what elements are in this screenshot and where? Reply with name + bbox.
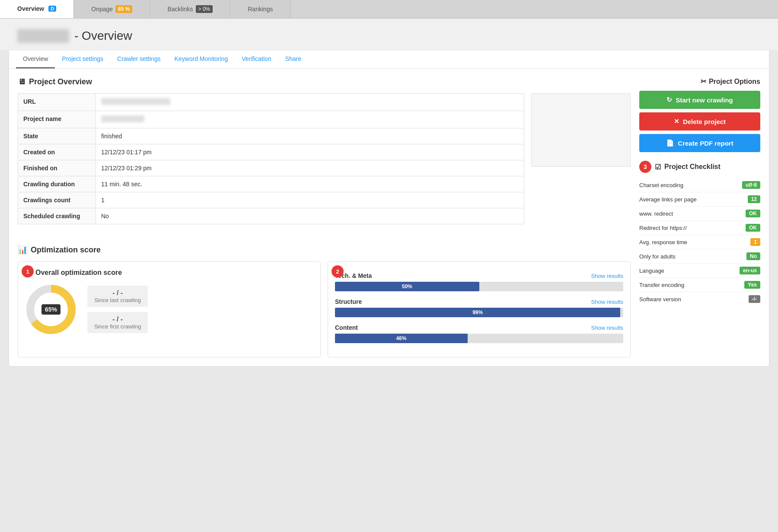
checklist-badge-charset: utf-8 (742, 181, 760, 189)
value-url (96, 94, 524, 111)
inner-tab-keyword-monitoring[interactable]: Keyword Monitoring (167, 50, 235, 68)
checklist-label-software-version: Software version (639, 296, 681, 303)
inner-tab-overview[interactable]: Overview (16, 50, 55, 68)
structure-show-results[interactable]: Show results (591, 299, 623, 305)
optimization-score-title: 📊 Optimization score (18, 245, 631, 255)
checklist-label-charset: Charset encoding (639, 182, 683, 188)
project-details-row: URL Project name State finished (18, 93, 631, 235)
inner-tab-verification[interactable]: Verification (235, 50, 278, 68)
label-crawling-duration: Crawling duration (18, 176, 96, 192)
circle-badge-1: 1 (22, 265, 34, 277)
structure-progress-fill: 99% (335, 308, 620, 317)
optimization-cards: 1 Overall optimization score (18, 261, 631, 357)
content-area: 🖥 Project Overview URL Project name (9, 69, 769, 366)
score-stats: - / - Since last crawling - / - Since fi… (87, 286, 148, 333)
value-created-on: 12/12/23 01:17 pm (96, 144, 524, 160)
refresh-icon: ↻ (666, 96, 672, 104)
start-crawling-button[interactable]: ↻ Start new crawling (639, 91, 760, 109)
checklist-label-language: Language (639, 268, 664, 274)
page-header: - Overview (0, 19, 778, 50)
content-progress-bar-wrap: 46% (335, 334, 623, 343)
value-crawling-duration: 11 min. 48 sec. (96, 176, 524, 192)
tab-backlinks[interactable]: Backlinks > 0% (150, 0, 230, 18)
checklist-label-https-redirect: Redirect for https:// (639, 225, 687, 231)
delete-project-button[interactable]: ✕ Delete project (639, 112, 760, 131)
checklist-badge-avg-response: 1 (750, 238, 760, 246)
project-options-title: ✂ Project Options (639, 77, 760, 86)
inner-tab-project-settings[interactable]: Project settings (55, 50, 110, 68)
checklist-badge-https-redirect: OK (746, 224, 760, 232)
inner-tab-settings-label: Project settings (62, 55, 103, 62)
checklist-label-avg-links: Average links per page (639, 196, 697, 203)
table-row: Finished on 12/12/23 01:29 pm (18, 160, 524, 176)
table-row: Crawling duration 11 min. 48 sec. (18, 176, 524, 192)
value-finished-on: 12/12/23 01:29 pm (96, 160, 524, 176)
backlinks-badge: > 0% (196, 5, 213, 13)
card-header-1: 1 Overall optimization score (25, 269, 313, 277)
tab-backlinks-label: Backlinks (167, 6, 193, 13)
tab-rankings[interactable]: Rankings (230, 0, 290, 18)
project-table-wrap: URL Project name State finished (18, 93, 524, 235)
checklist-badge-software-version: -/- (749, 295, 760, 303)
progress-section: Tech. & Meta Show results 50% Structure (335, 272, 623, 343)
label-state: State (18, 128, 96, 144)
tab-onpage[interactable]: Onpage 65 % (74, 0, 150, 18)
onpage-badge: 65 % (115, 5, 132, 13)
blurred-name (101, 115, 144, 122)
since-last-value: - / - (94, 289, 141, 297)
site-logo (17, 29, 69, 43)
structure-label: Structure (335, 298, 362, 305)
checklist-check-icon: ☑ (655, 163, 661, 171)
inner-tab-crawler-settings[interactable]: Crawler settings (110, 50, 167, 68)
tech-progress-bar-wrap: 50% (335, 282, 623, 291)
table-row: Project name (18, 111, 524, 128)
tab-overview[interactable]: Overview D (0, 0, 74, 18)
progress-header-structure: Structure Show results (335, 298, 623, 305)
project-overview-title: 🖥 Project Overview (18, 77, 631, 86)
content-show-results[interactable]: Show results (591, 325, 623, 331)
top-tab-bar: Overview D Onpage 65 % Backlinks > 0% Ra… (0, 0, 778, 19)
checklist-badge-transfer-encoding: Yes (744, 281, 760, 289)
overall-card-title: Overall optimization score (25, 269, 313, 277)
tech-show-results[interactable]: Show results (591, 273, 623, 279)
inner-tab-share[interactable]: Share (278, 50, 308, 68)
value-crawlings-count: 1 (96, 192, 524, 208)
x-icon: ✕ (674, 118, 679, 125)
circle-badge-2: 2 (332, 265, 344, 277)
left-panel: 🖥 Project Overview URL Project name (18, 77, 631, 357)
tab-rankings-label: Rankings (248, 6, 273, 13)
create-pdf-button[interactable]: 📄 Create PDF report (639, 134, 760, 152)
checklist-language: Language en-us (639, 264, 760, 278)
checklist-transfer-encoding: Transfer encoding Yes (639, 278, 760, 292)
donut-chart: 65% (25, 284, 77, 335)
inner-tab-share-label: Share (285, 55, 301, 62)
inner-tab-verification-label: Verification (242, 55, 271, 62)
inner-tab-bar: Overview Project settings Crawler settin… (9, 50, 769, 69)
checklist-https-redirect: Redirect for https:// OK (639, 221, 760, 235)
label-url: URL (18, 94, 96, 111)
checklist-badge-www-redirect: OK (746, 210, 760, 217)
value-scheduled-crawling: No (96, 208, 524, 224)
checklist-label-www-redirect: www. redirect (639, 210, 673, 217)
value-state: finished (96, 128, 524, 144)
content-progress-fill: 46% (335, 334, 468, 343)
website-screenshot (531, 93, 631, 167)
right-panel: ✂ Project Options ↻ Start new crawling ✕… (639, 77, 760, 357)
checklist-avg-response: Avg. response time 1 (639, 235, 760, 249)
chart-icon: 📊 (18, 245, 27, 255)
checklist-badge-adults: No (746, 252, 760, 260)
checklist-www-redirect: www. redirect OK (639, 207, 760, 221)
checklist-software-version: Software version -/- (639, 292, 760, 306)
blurred-url (101, 98, 170, 105)
label-created-on: Created on (18, 144, 96, 160)
tech-score-card: 2 Tech. & Meta Show results 50% (328, 261, 631, 357)
progress-item-structure: Structure Show results 99% (335, 298, 623, 317)
project-table: URL Project name State finished (18, 93, 524, 224)
file-icon: 📄 (666, 139, 674, 147)
checklist-badge-avg-links: 12 (748, 195, 760, 203)
donut-percent-label: 65% (41, 304, 61, 315)
page-title: - Overview (74, 29, 132, 43)
checklist-badge-number: 3 (639, 161, 651, 173)
since-last-stat: - / - Since last crawling (87, 286, 148, 307)
progress-header-tech: Tech. & Meta Show results (335, 272, 623, 279)
